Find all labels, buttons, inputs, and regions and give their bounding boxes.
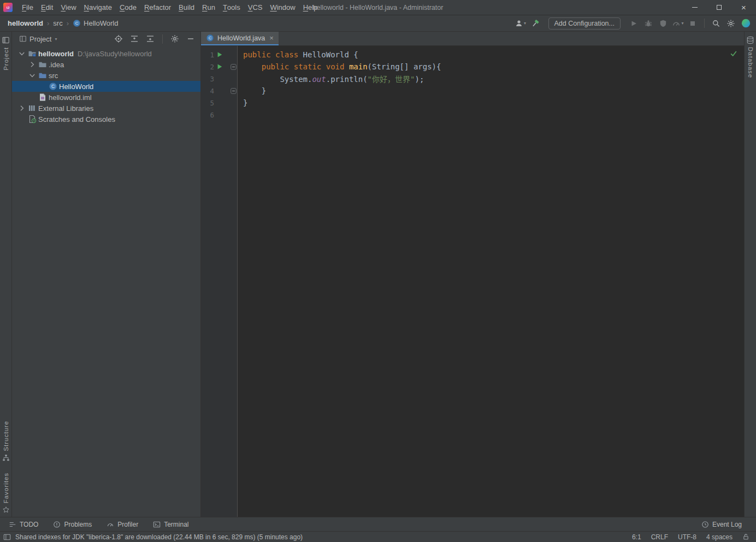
toolwindow-toggle-icon[interactable] xyxy=(3,533,11,541)
tree-item--idea[interactable]: .idea xyxy=(12,59,200,70)
tab-close-icon[interactable]: × xyxy=(269,34,274,42)
libraries-icon xyxy=(27,104,37,113)
coverage-icon[interactable] xyxy=(657,17,669,30)
line-number: 2 xyxy=(201,63,214,71)
event-log-icon xyxy=(701,521,709,528)
breadcrumb-project[interactable]: helloworld xyxy=(8,19,43,27)
close-icon: × xyxy=(741,3,746,12)
profiler-icon[interactable]: ▾ xyxy=(672,17,684,30)
debug-icon[interactable] xyxy=(642,17,654,30)
chevron-right-icon[interactable] xyxy=(16,104,27,113)
build-hammer-icon[interactable] xyxy=(529,17,541,30)
line-separator[interactable]: CRLF xyxy=(651,533,668,541)
menu-item-window[interactable]: Window xyxy=(266,0,299,15)
inspections-ok-icon[interactable] xyxy=(730,50,737,57)
add-configuration-button[interactable]: Add Configuration... xyxy=(548,17,621,30)
search-everywhere-icon[interactable] xyxy=(710,17,722,30)
toolwindow-header-icon xyxy=(19,35,27,43)
avatar-icon[interactable] xyxy=(740,17,752,30)
tool-todo[interactable]: TODO xyxy=(9,521,38,528)
tree-item-src[interactable]: src xyxy=(12,70,200,81)
folder-icon xyxy=(37,60,48,69)
stripe-project-tab[interactable]: Project xyxy=(2,36,10,70)
tool-problems[interactable]: Problems xyxy=(53,521,92,528)
hide-panel-icon[interactable] xyxy=(184,33,197,45)
problems-icon xyxy=(53,521,61,528)
menu-item-file[interactable]: File xyxy=(18,0,37,15)
tool-terminal-label: Terminal xyxy=(164,521,188,528)
project-folder-icon xyxy=(27,49,37,58)
title-bar: IJ FileEditViewNavigateCodeRefactorBuild… xyxy=(0,0,756,15)
bottom-tool-bar: TODO Problems Profiler Terminal Event Lo… xyxy=(0,517,756,531)
tool-todo-label: TODO xyxy=(20,521,38,528)
expand-all-icon[interactable] xyxy=(128,33,141,45)
line-number: 3 xyxy=(201,75,214,83)
breadcrumb-separator-icon: › xyxy=(67,19,69,27)
breadcrumb-file[interactable]: C HelloWorld xyxy=(73,19,118,27)
users-icon[interactable]: ▾ xyxy=(515,17,527,30)
code-line-4[interactable]: 4 } xyxy=(201,85,744,97)
structure-icon xyxy=(2,454,10,462)
menu-item-refactor[interactable]: Refactor xyxy=(140,0,175,15)
code-editor[interactable]: 1public class HelloWorld {2 public stati… xyxy=(201,46,744,517)
chevron-right-icon[interactable] xyxy=(27,60,37,69)
code-line-5[interactable]: 5} xyxy=(201,97,744,109)
tree-item-external-libraries[interactable]: External Libraries xyxy=(12,103,200,114)
settings-gear-icon[interactable] xyxy=(725,17,737,30)
stripe-favorites-tab[interactable]: Favorites xyxy=(2,473,10,514)
code-line-2[interactable]: 2 public static void main(String[] args)… xyxy=(201,61,744,73)
close-button[interactable]: × xyxy=(731,0,756,15)
menu-item-code[interactable]: Code xyxy=(116,0,140,15)
tool-event-log[interactable]: Event Log xyxy=(701,521,742,528)
maximize-icon xyxy=(717,5,722,10)
chevron-down-icon[interactable]: ▾ xyxy=(55,37,57,42)
menu-item-build[interactable]: Build xyxy=(175,0,198,15)
tree-item-helloworld-iml[interactable]: helloworld.iml xyxy=(12,92,200,103)
panel-settings-gear-icon[interactable] xyxy=(168,33,181,45)
project-panel-title[interactable]: Project xyxy=(29,35,51,43)
menu-item-edit[interactable]: Edit xyxy=(37,0,57,15)
breadcrumb-separator-icon: › xyxy=(47,19,49,27)
fold-marker-icon[interactable] xyxy=(225,64,238,70)
run-gutter-icon[interactable] xyxy=(214,51,225,58)
tree-item-helloworld[interactable]: CHelloWorld xyxy=(12,81,200,92)
tree-item-scratches-and-consoles[interactable]: Scratches and Consoles xyxy=(12,114,200,125)
collapse-all-icon[interactable] xyxy=(144,33,157,45)
toolbar-separator xyxy=(162,34,163,44)
main-toolbar: ▾ Add Configuration... ▾ xyxy=(515,17,752,30)
tree-item-label: helloworld xyxy=(38,50,74,58)
stop-icon[interactable] xyxy=(687,17,699,30)
code-line-3[interactable]: 3 System.out.println("你好，世界"); xyxy=(201,73,744,85)
tree-item-hint: D:\javaStudy\helloworld xyxy=(78,50,152,58)
lock-icon[interactable] xyxy=(742,533,749,540)
tree-item-helloworld[interactable]: helloworldD:\javaStudy\helloworld xyxy=(12,48,200,59)
menu-item-view[interactable]: View xyxy=(57,0,80,15)
run-icon[interactable] xyxy=(628,17,640,30)
code-line-6[interactable]: 6 xyxy=(201,109,744,121)
stripe-database-tab[interactable]: Database xyxy=(746,36,754,78)
code-line-1[interactable]: 1public class HelloWorld { xyxy=(201,49,744,61)
maximize-button[interactable] xyxy=(707,0,731,15)
chevron-down-icon[interactable]: ▾ xyxy=(681,21,683,26)
stripe-structure-tab[interactable]: Structure xyxy=(2,421,10,462)
class-icon: C xyxy=(206,34,214,42)
status-message[interactable]: Shared indexes for JDK "liberica-1.8" ar… xyxy=(15,533,303,541)
chevron-down-icon[interactable] xyxy=(16,49,27,58)
run-gutter-icon[interactable] xyxy=(214,63,225,70)
file-encoding[interactable]: UTF-8 xyxy=(678,533,696,541)
indent-setting[interactable]: 4 spaces xyxy=(706,533,733,541)
menu-item-vcs[interactable]: VCS xyxy=(244,0,267,15)
menu-item-tools[interactable]: Tools xyxy=(219,0,244,15)
tab-helloworld-java[interactable]: C HelloWorld.java × xyxy=(201,32,279,45)
minimize-button[interactable] xyxy=(682,0,707,15)
code-text: System.out.println("你好，世界"); xyxy=(238,73,424,84)
breadcrumb-src[interactable]: src xyxy=(53,19,62,27)
menu-item-navigate[interactable]: Navigate xyxy=(80,0,116,15)
chevron-down-icon[interactable] xyxy=(27,71,37,80)
fold-marker-icon[interactable] xyxy=(225,88,238,94)
select-opened-file-icon[interactable] xyxy=(112,33,125,45)
menu-item-run[interactable]: Run xyxy=(198,0,219,15)
tool-profiler[interactable]: Profiler xyxy=(107,521,138,528)
caret-position[interactable]: 6:1 xyxy=(632,533,641,541)
tool-terminal[interactable]: Terminal xyxy=(153,521,188,528)
